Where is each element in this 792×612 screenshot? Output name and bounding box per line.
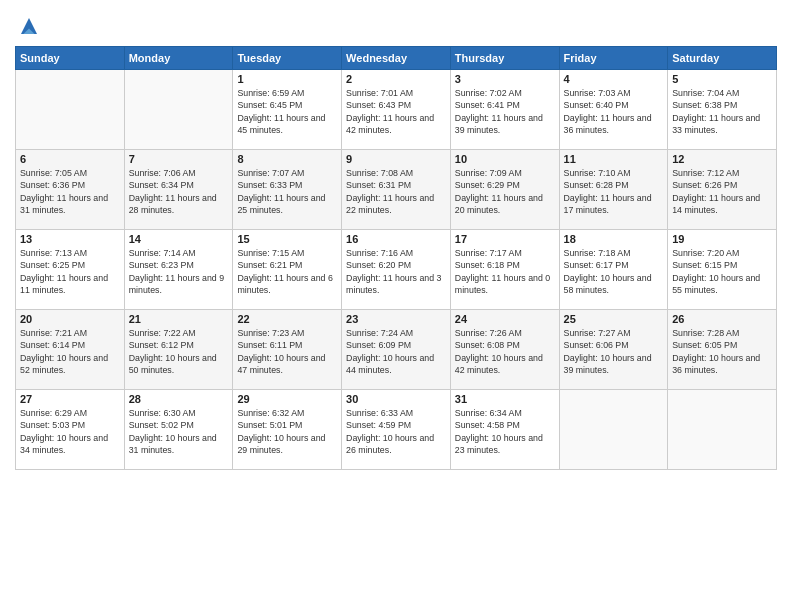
day-info: Sunrise: 6:32 AM Sunset: 5:01 PM Dayligh… bbox=[237, 407, 337, 456]
day-info: Sunrise: 7:07 AM Sunset: 6:33 PM Dayligh… bbox=[237, 167, 337, 216]
calendar-cell: 30Sunrise: 6:33 AM Sunset: 4:59 PM Dayli… bbox=[342, 390, 451, 470]
day-info: Sunrise: 7:05 AM Sunset: 6:36 PM Dayligh… bbox=[20, 167, 120, 216]
calendar-cell: 27Sunrise: 6:29 AM Sunset: 5:03 PM Dayli… bbox=[16, 390, 125, 470]
calendar-cell bbox=[559, 390, 668, 470]
calendar-cell bbox=[668, 390, 777, 470]
calendar-cell bbox=[16, 70, 125, 150]
calendar-cell: 7Sunrise: 7:06 AM Sunset: 6:34 PM Daylig… bbox=[124, 150, 233, 230]
day-info: Sunrise: 7:28 AM Sunset: 6:05 PM Dayligh… bbox=[672, 327, 772, 376]
day-of-week-header: Saturday bbox=[668, 47, 777, 70]
day-of-week-header: Sunday bbox=[16, 47, 125, 70]
day-number: 25 bbox=[564, 313, 664, 325]
day-number: 16 bbox=[346, 233, 446, 245]
day-info: Sunrise: 7:02 AM Sunset: 6:41 PM Dayligh… bbox=[455, 87, 555, 136]
day-info: Sunrise: 7:18 AM Sunset: 6:17 PM Dayligh… bbox=[564, 247, 664, 296]
day-number: 23 bbox=[346, 313, 446, 325]
day-number: 17 bbox=[455, 233, 555, 245]
days-of-week-row: SundayMondayTuesdayWednesdayThursdayFrid… bbox=[16, 47, 777, 70]
day-info: Sunrise: 6:59 AM Sunset: 6:45 PM Dayligh… bbox=[237, 87, 337, 136]
day-info: Sunrise: 6:29 AM Sunset: 5:03 PM Dayligh… bbox=[20, 407, 120, 456]
calendar-cell: 29Sunrise: 6:32 AM Sunset: 5:01 PM Dayli… bbox=[233, 390, 342, 470]
day-number: 18 bbox=[564, 233, 664, 245]
day-number: 10 bbox=[455, 153, 555, 165]
calendar-cell: 10Sunrise: 7:09 AM Sunset: 6:29 PM Dayli… bbox=[450, 150, 559, 230]
calendar-cell: 4Sunrise: 7:03 AM Sunset: 6:40 PM Daylig… bbox=[559, 70, 668, 150]
day-number: 30 bbox=[346, 393, 446, 405]
header bbox=[15, 10, 777, 38]
day-number: 5 bbox=[672, 73, 772, 85]
calendar-cell: 23Sunrise: 7:24 AM Sunset: 6:09 PM Dayli… bbox=[342, 310, 451, 390]
day-number: 15 bbox=[237, 233, 337, 245]
day-number: 24 bbox=[455, 313, 555, 325]
logo bbox=[15, 14, 41, 38]
calendar-cell: 8Sunrise: 7:07 AM Sunset: 6:33 PM Daylig… bbox=[233, 150, 342, 230]
calendar-cell: 28Sunrise: 6:30 AM Sunset: 5:02 PM Dayli… bbox=[124, 390, 233, 470]
day-info: Sunrise: 7:01 AM Sunset: 6:43 PM Dayligh… bbox=[346, 87, 446, 136]
day-info: Sunrise: 6:34 AM Sunset: 4:58 PM Dayligh… bbox=[455, 407, 555, 456]
day-number: 26 bbox=[672, 313, 772, 325]
day-number: 7 bbox=[129, 153, 229, 165]
day-number: 11 bbox=[564, 153, 664, 165]
calendar-cell: 21Sunrise: 7:22 AM Sunset: 6:12 PM Dayli… bbox=[124, 310, 233, 390]
calendar-cell: 12Sunrise: 7:12 AM Sunset: 6:26 PM Dayli… bbox=[668, 150, 777, 230]
calendar-cell: 24Sunrise: 7:26 AM Sunset: 6:08 PM Dayli… bbox=[450, 310, 559, 390]
day-info: Sunrise: 7:24 AM Sunset: 6:09 PM Dayligh… bbox=[346, 327, 446, 376]
day-number: 12 bbox=[672, 153, 772, 165]
calendar-cell: 25Sunrise: 7:27 AM Sunset: 6:06 PM Dayli… bbox=[559, 310, 668, 390]
day-number: 28 bbox=[129, 393, 229, 405]
calendar-cell: 31Sunrise: 6:34 AM Sunset: 4:58 PM Dayli… bbox=[450, 390, 559, 470]
day-number: 14 bbox=[129, 233, 229, 245]
day-of-week-header: Thursday bbox=[450, 47, 559, 70]
day-info: Sunrise: 7:04 AM Sunset: 6:38 PM Dayligh… bbox=[672, 87, 772, 136]
day-number: 2 bbox=[346, 73, 446, 85]
day-info: Sunrise: 7:12 AM Sunset: 6:26 PM Dayligh… bbox=[672, 167, 772, 216]
day-number: 13 bbox=[20, 233, 120, 245]
day-info: Sunrise: 6:30 AM Sunset: 5:02 PM Dayligh… bbox=[129, 407, 229, 456]
day-info: Sunrise: 7:27 AM Sunset: 6:06 PM Dayligh… bbox=[564, 327, 664, 376]
calendar-cell bbox=[124, 70, 233, 150]
calendar-cell: 19Sunrise: 7:20 AM Sunset: 6:15 PM Dayli… bbox=[668, 230, 777, 310]
day-number: 1 bbox=[237, 73, 337, 85]
day-info: Sunrise: 7:20 AM Sunset: 6:15 PM Dayligh… bbox=[672, 247, 772, 296]
day-number: 9 bbox=[346, 153, 446, 165]
calendar-cell: 22Sunrise: 7:23 AM Sunset: 6:11 PM Dayli… bbox=[233, 310, 342, 390]
day-number: 21 bbox=[129, 313, 229, 325]
day-number: 4 bbox=[564, 73, 664, 85]
day-info: Sunrise: 7:17 AM Sunset: 6:18 PM Dayligh… bbox=[455, 247, 555, 296]
day-info: Sunrise: 7:22 AM Sunset: 6:12 PM Dayligh… bbox=[129, 327, 229, 376]
calendar-table: SundayMondayTuesdayWednesdayThursdayFrid… bbox=[15, 46, 777, 470]
day-number: 20 bbox=[20, 313, 120, 325]
calendar-cell: 1Sunrise: 6:59 AM Sunset: 6:45 PM Daylig… bbox=[233, 70, 342, 150]
calendar-cell: 6Sunrise: 7:05 AM Sunset: 6:36 PM Daylig… bbox=[16, 150, 125, 230]
day-info: Sunrise: 7:21 AM Sunset: 6:14 PM Dayligh… bbox=[20, 327, 120, 376]
day-number: 22 bbox=[237, 313, 337, 325]
logo-icon bbox=[17, 14, 41, 38]
day-info: Sunrise: 7:14 AM Sunset: 6:23 PM Dayligh… bbox=[129, 247, 229, 296]
calendar-cell: 26Sunrise: 7:28 AM Sunset: 6:05 PM Dayli… bbox=[668, 310, 777, 390]
day-number: 3 bbox=[455, 73, 555, 85]
day-info: Sunrise: 7:13 AM Sunset: 6:25 PM Dayligh… bbox=[20, 247, 120, 296]
day-info: Sunrise: 7:08 AM Sunset: 6:31 PM Dayligh… bbox=[346, 167, 446, 216]
day-number: 29 bbox=[237, 393, 337, 405]
day-info: Sunrise: 7:09 AM Sunset: 6:29 PM Dayligh… bbox=[455, 167, 555, 216]
day-info: Sunrise: 7:26 AM Sunset: 6:08 PM Dayligh… bbox=[455, 327, 555, 376]
day-of-week-header: Wednesday bbox=[342, 47, 451, 70]
calendar-cell: 9Sunrise: 7:08 AM Sunset: 6:31 PM Daylig… bbox=[342, 150, 451, 230]
calendar-week-row: 13Sunrise: 7:13 AM Sunset: 6:25 PM Dayli… bbox=[16, 230, 777, 310]
day-info: Sunrise: 7:23 AM Sunset: 6:11 PM Dayligh… bbox=[237, 327, 337, 376]
calendar-cell: 17Sunrise: 7:17 AM Sunset: 6:18 PM Dayli… bbox=[450, 230, 559, 310]
calendar-cell: 14Sunrise: 7:14 AM Sunset: 6:23 PM Dayli… bbox=[124, 230, 233, 310]
day-info: Sunrise: 6:33 AM Sunset: 4:59 PM Dayligh… bbox=[346, 407, 446, 456]
calendar-cell: 16Sunrise: 7:16 AM Sunset: 6:20 PM Dayli… bbox=[342, 230, 451, 310]
calendar-cell: 11Sunrise: 7:10 AM Sunset: 6:28 PM Dayli… bbox=[559, 150, 668, 230]
day-number: 6 bbox=[20, 153, 120, 165]
calendar-cell: 5Sunrise: 7:04 AM Sunset: 6:38 PM Daylig… bbox=[668, 70, 777, 150]
calendar-week-row: 1Sunrise: 6:59 AM Sunset: 6:45 PM Daylig… bbox=[16, 70, 777, 150]
calendar-cell: 2Sunrise: 7:01 AM Sunset: 6:43 PM Daylig… bbox=[342, 70, 451, 150]
calendar-cell: 3Sunrise: 7:02 AM Sunset: 6:41 PM Daylig… bbox=[450, 70, 559, 150]
day-of-week-header: Friday bbox=[559, 47, 668, 70]
day-of-week-header: Tuesday bbox=[233, 47, 342, 70]
day-number: 8 bbox=[237, 153, 337, 165]
calendar-week-row: 20Sunrise: 7:21 AM Sunset: 6:14 PM Dayli… bbox=[16, 310, 777, 390]
calendar-week-row: 27Sunrise: 6:29 AM Sunset: 5:03 PM Dayli… bbox=[16, 390, 777, 470]
